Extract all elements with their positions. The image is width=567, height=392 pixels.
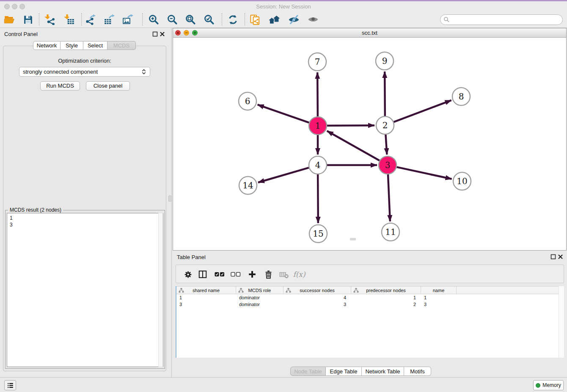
tab-network[interactable]: Network <box>33 41 61 50</box>
zoom-selected-icon[interactable] <box>201 12 217 27</box>
table-row[interactable]: 3dominator323 <box>176 301 564 308</box>
delete-table-icon[interactable] <box>277 267 291 282</box>
horizontal-scrollbar-thumb[interactable] <box>350 238 356 240</box>
run-mcds-button[interactable]: Run MCDS <box>40 81 80 91</box>
save-icon[interactable] <box>20 12 36 27</box>
maximize-network-button[interactable] <box>192 30 198 36</box>
graph-node-3[interactable]: 3 <box>379 156 396 174</box>
close-panel-icon[interactable] <box>160 31 165 37</box>
tab-motifs[interactable]: Motifs <box>404 367 431 376</box>
network-canvas[interactable]: 1234678910111415 <box>173 38 566 250</box>
zoom-fit-icon[interactable] <box>183 12 198 27</box>
select-all-icon[interactable] <box>212 267 227 282</box>
column-label: MCDS role <box>248 288 271 293</box>
table-settings-gear-icon[interactable] <box>181 267 195 282</box>
graph-node-1[interactable]: 1 <box>309 117 327 135</box>
column-layout-icon[interactable] <box>195 267 210 282</box>
table-cell[interactable]: 3 <box>284 301 351 308</box>
graph-node-8[interactable]: 8 <box>452 88 470 105</box>
table-cell[interactable]: dominator <box>236 294 284 301</box>
search-input[interactable] <box>440 14 563 25</box>
tab-mcds[interactable]: MCDS <box>107 41 136 50</box>
minimize-network-button[interactable] <box>184 30 189 36</box>
graph-edge-1-2[interactable] <box>327 125 374 126</box>
column-header-shared-name[interactable]: shared name <box>176 287 236 294</box>
graph-edge-1-7[interactable] <box>317 72 318 116</box>
graph-node-4[interactable]: 4 <box>309 156 327 174</box>
hide-selected-icon[interactable] <box>286 12 301 27</box>
float-table-panel-icon[interactable] <box>550 254 556 259</box>
close-panel-button[interactable]: Close panel <box>86 81 130 91</box>
table-panel: Table Panel f(x) <box>173 251 567 377</box>
float-panel-icon[interactable] <box>152 31 158 37</box>
column-header-predecessor-nodes[interactable]: predecessor nodes <box>351 287 421 294</box>
graph-edge-1-6[interactable] <box>258 105 309 122</box>
zoom-out-icon[interactable] <box>165 12 180 27</box>
close-table-panel-icon[interactable] <box>558 254 563 259</box>
table-row[interactable]: 1dominator411 <box>176 294 564 301</box>
table-cell[interactable]: 3 <box>421 301 457 308</box>
close-network-button[interactable] <box>175 30 181 36</box>
graph-node-6[interactable]: 6 <box>239 92 256 110</box>
memory-button[interactable]: Memory <box>533 380 564 390</box>
graph-node-9[interactable]: 9 <box>376 52 394 70</box>
import-network-icon[interactable] <box>42 12 58 27</box>
zoom-in-icon[interactable] <box>146 12 161 27</box>
graph-edge-4-14[interactable] <box>258 168 309 182</box>
table-cell[interactable]: 1 <box>176 294 236 301</box>
graph-edge-3-11[interactable] <box>388 174 390 221</box>
graph-edge-2-9[interactable] <box>385 72 385 116</box>
graph-node-7[interactable]: 7 <box>308 53 326 71</box>
add-entry-plus-icon[interactable] <box>245 267 259 282</box>
show-all-icon[interactable] <box>306 12 321 27</box>
graph-edge-3-1[interactable] <box>327 131 380 160</box>
first-neighbors-icon[interactable] <box>267 12 282 27</box>
table-cell[interactable]: 3 <box>176 301 236 308</box>
close-window-button[interactable] <box>4 4 10 9</box>
table-cell[interactable]: 1 <box>351 294 421 301</box>
graph-edge-4-15[interactable] <box>318 174 318 223</box>
table-cell[interactable]: dominator <box>236 301 284 308</box>
import-table-icon[interactable] <box>62 12 77 27</box>
column-header-mcds-role[interactable]: MCDS role <box>236 287 284 294</box>
optimization-criterion-dropdown[interactable]: strongly connected component <box>19 67 150 77</box>
refresh-layout-icon[interactable] <box>225 12 240 27</box>
zoom-window-button[interactable] <box>19 4 25 9</box>
column-header-successor-nodes[interactable]: successor nodes <box>284 287 351 294</box>
export-table-icon[interactable] <box>102 12 117 27</box>
graph-node-10[interactable]: 10 <box>453 172 471 190</box>
graph-edge-2-8[interactable] <box>394 100 451 122</box>
tab-style[interactable]: Style <box>61 41 83 50</box>
graph-edge-2-3[interactable] <box>385 135 387 155</box>
deselect-all-icon[interactable] <box>228 267 243 282</box>
table-cell[interactable]: 4 <box>284 294 351 301</box>
table-scrollbar[interactable] <box>559 286 564 358</box>
export-network-icon[interactable] <box>83 12 98 27</box>
open-file-icon[interactable] <box>2 12 17 27</box>
function-builder-icon[interactable]: f(x) <box>292 267 306 282</box>
tab-select[interactable]: Select <box>83 41 107 50</box>
graph-node-11[interactable]: 11 <box>382 223 399 241</box>
window-title: Session: New Session <box>0 1 567 12</box>
graph-node-2[interactable]: 2 <box>376 116 394 134</box>
splitter-handle[interactable] <box>168 196 172 202</box>
delete-entry-trash-icon[interactable] <box>261 267 275 282</box>
result-scrollbar[interactable] <box>158 213 163 367</box>
network-window-titlebar[interactable]: scc.txt <box>173 28 566 38</box>
tab-edge-table[interactable]: Edge Table <box>326 367 362 376</box>
tab-network-table[interactable]: Network Table <box>362 367 404 376</box>
column-header-name[interactable]: name <box>421 287 457 294</box>
table-cell[interactable]: 1 <box>421 294 457 301</box>
vertical-splitter[interactable] <box>171 28 172 377</box>
minimize-window-button[interactable] <box>12 4 17 9</box>
task-history-button[interactable] <box>4 380 16 390</box>
graph-node-15[interactable]: 15 <box>309 225 327 243</box>
table-cell[interactable]: 2 <box>351 301 421 308</box>
graph-node-14[interactable]: 14 <box>239 177 257 194</box>
export-image-icon[interactable] <box>120 12 135 27</box>
mcds-result-title: MCDS result (2 nodes) <box>8 207 63 213</box>
duplicate-network-icon[interactable] <box>247 12 262 27</box>
graph-edge-3-10[interactable] <box>397 167 452 179</box>
tab-node-table[interactable]: Node Table <box>290 367 326 376</box>
mcds-result-text[interactable]: 1 3 <box>7 213 163 367</box>
